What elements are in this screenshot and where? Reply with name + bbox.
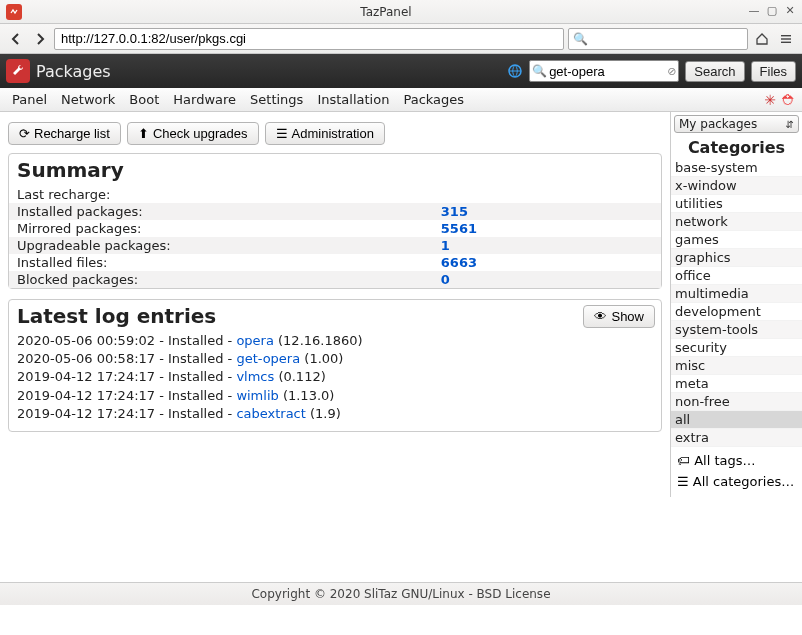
summary-heading: Summary <box>17 158 653 182</box>
category-item-meta[interactable]: meta <box>671 375 802 393</box>
sliders-icon: ☰ <box>276 126 288 141</box>
category-item-utilities[interactable]: utilities <box>671 195 802 213</box>
category-item-security[interactable]: security <box>671 339 802 357</box>
package-link[interactable]: vlmcs <box>236 369 274 384</box>
category-item-non-free[interactable]: non-free <box>671 393 802 411</box>
package-search-box[interactable]: 🔍 ⊘ <box>529 60 679 82</box>
check-upgrades-button[interactable]: ⬆ Check upgrades <box>127 122 259 145</box>
log-entry: 2020-05-06 00:59:02 - Installed - opera … <box>17 332 653 350</box>
search-button[interactable]: Search <box>685 61 744 82</box>
maximize-button[interactable]: ▢ <box>766 6 778 18</box>
category-item-x-window[interactable]: x-window <box>671 177 802 195</box>
all-tags-link[interactable]: 🏷 All tags… <box>677 453 755 468</box>
all-categories-link[interactable]: ☰ All categories… <box>677 474 794 489</box>
category-item-base-system[interactable]: base-system <box>671 159 802 177</box>
minimize-button[interactable]: — <box>748 6 760 18</box>
category-item-system-tools[interactable]: system-tools <box>671 321 802 339</box>
summary-panel: Summary Last recharge:Installed packages… <box>8 153 662 289</box>
footer-text: Copyright © 2020 SliTaz GNU/Linux - BSD … <box>251 587 550 601</box>
summary-label: Installed files: <box>9 254 433 271</box>
category-item-graphics[interactable]: graphics <box>671 249 802 267</box>
back-button[interactable] <box>6 29 26 49</box>
summary-value: 6663 <box>433 254 661 271</box>
close-button[interactable]: ✕ <box>784 6 796 18</box>
search-icon: 🔍 <box>532 64 547 78</box>
menu-panel[interactable]: Panel <box>6 90 53 109</box>
refresh-icon: ⟳ <box>19 126 30 141</box>
category-list: base-systemx-windowutilitiesnetworkgames… <box>671 159 802 447</box>
log-entries: 2020-05-06 00:59:02 - Installed - opera … <box>9 332 661 431</box>
menu-hardware[interactable]: Hardware <box>167 90 242 109</box>
clear-icon[interactable]: ⊘ <box>667 65 676 78</box>
eye-icon: 👁 <box>594 309 607 324</box>
category-item-office[interactable]: office <box>671 267 802 285</box>
show-log-button[interactable]: 👁 Show <box>583 305 655 328</box>
menu-button[interactable] <box>776 29 796 49</box>
log-entry: 2019-04-12 17:24:17 - Installed - vlmcs … <box>17 368 653 386</box>
browser-search-box[interactable]: 🔍 <box>568 28 748 50</box>
administration-button[interactable]: ☰ Administration <box>265 122 385 145</box>
show-label: Show <box>611 309 644 324</box>
log-entry: 2019-04-12 17:24:17 - Installed - wimlib… <box>17 387 653 405</box>
menu-boot[interactable]: Boot <box>123 90 165 109</box>
log-entry: 2019-04-12 17:24:17 - Installed - cabext… <box>17 405 653 423</box>
globe-icon[interactable] <box>507 63 523 79</box>
my-packages-select[interactable]: My packages ⇵ <box>674 115 799 133</box>
wrench-icon <box>6 59 30 83</box>
category-item-misc[interactable]: misc <box>671 357 802 375</box>
files-button[interactable]: Files <box>751 61 796 82</box>
sidebar: My packages ⇵ Categories base-systemx-wi… <box>670 112 802 497</box>
category-item-games[interactable]: games <box>671 231 802 249</box>
summary-label: Blocked packages: <box>9 271 433 288</box>
log-panel: Latest log entries 👁 Show 2020-05-06 00:… <box>8 299 662 432</box>
forward-button[interactable] <box>30 29 50 49</box>
window-titlebar: TazPanel — ▢ ✕ <box>0 0 802 24</box>
menubar: Panel Network Boot Hardware Settings Ins… <box>0 88 802 112</box>
menu-packages[interactable]: Packages <box>397 90 470 109</box>
package-link[interactable]: cabextract <box>236 406 305 421</box>
log-entry: 2020-05-06 00:58:17 - Installed - get-op… <box>17 350 653 368</box>
url-input[interactable] <box>59 30 559 47</box>
chevron-updown-icon: ⇵ <box>786 119 794 130</box>
package-link[interactable]: opera <box>236 333 274 348</box>
window-title: TazPanel <box>30 5 742 19</box>
my-packages-label: My packages <box>679 117 757 131</box>
summary-value[interactable]: 315 <box>433 203 661 220</box>
summary-table: Last recharge:Installed packages:315Mirr… <box>9 186 661 288</box>
page-header: Packages 🔍 ⊘ Search Files <box>0 54 802 88</box>
category-item-development[interactable]: development <box>671 303 802 321</box>
svg-rect-0 <box>781 35 791 36</box>
spider-icon[interactable]: ✳ <box>764 92 776 108</box>
menu-installation[interactable]: Installation <box>311 90 395 109</box>
recharge-button[interactable]: ⟳ Recharge list <box>8 122 121 145</box>
package-search-input[interactable] <box>547 64 667 79</box>
category-item-all[interactable]: all <box>671 411 802 429</box>
summary-label: Installed packages: <box>9 203 433 220</box>
menu-settings[interactable]: Settings <box>244 90 309 109</box>
summary-value[interactable]: 0 <box>433 271 661 288</box>
summary-value[interactable]: 1 <box>433 237 661 254</box>
menu-network[interactable]: Network <box>55 90 121 109</box>
svg-rect-2 <box>781 41 791 42</box>
svg-rect-1 <box>781 38 791 39</box>
check-label: Check upgrades <box>153 126 248 141</box>
search-icon: 🔍 <box>573 32 588 46</box>
help-icon[interactable]: ⛑ <box>782 92 796 108</box>
home-button[interactable] <box>752 29 772 49</box>
category-item-extra[interactable]: extra <box>671 429 802 447</box>
package-link[interactable]: wimlib <box>236 388 278 403</box>
category-item-network[interactable]: network <box>671 213 802 231</box>
summary-value[interactable]: 5561 <box>433 220 661 237</box>
categories-heading: Categories <box>671 136 802 159</box>
url-bar[interactable] <box>54 28 564 50</box>
footer: Copyright © 2020 SliTaz GNU/Linux - BSD … <box>0 582 802 605</box>
summary-value <box>433 186 661 203</box>
summary-label: Upgradeable packages: <box>9 237 433 254</box>
browser-toolbar: 🔍 <box>0 24 802 54</box>
page-title: Packages <box>36 62 501 81</box>
content-area: ⟳ Recharge list ⬆ Check upgrades ☰ Admin… <box>0 112 670 582</box>
app-icon <box>6 4 22 20</box>
package-link[interactable]: get-opera <box>236 351 300 366</box>
recharge-label: Recharge list <box>34 126 110 141</box>
category-item-multimedia[interactable]: multimedia <box>671 285 802 303</box>
